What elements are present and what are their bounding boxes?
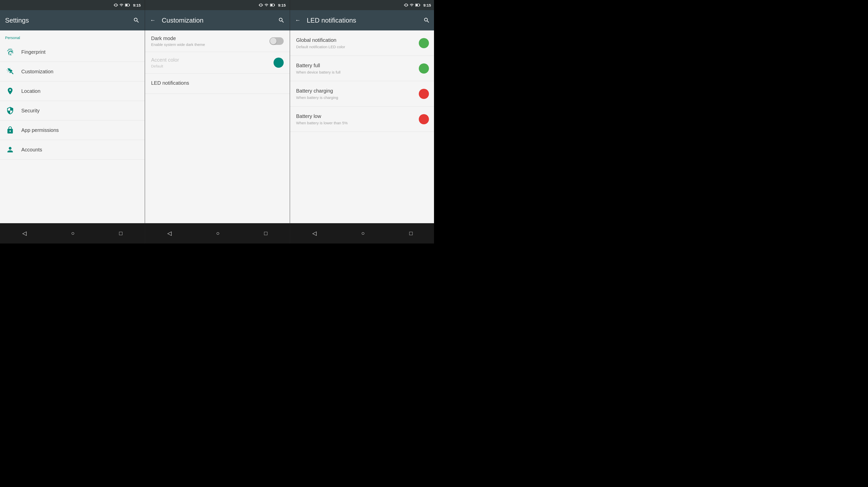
global-notification-color <box>419 38 429 48</box>
led-notifications-text: LED notifications <box>151 80 284 87</box>
dark-mode-text: Dark mode Enable system wide dark theme <box>151 35 270 47</box>
recents-button-3[interactable]: □ <box>407 228 415 239</box>
sidebar-item-location[interactable]: Location <box>0 81 145 101</box>
svg-rect-1 <box>129 5 130 6</box>
sidebar-item-accounts[interactable]: Accounts <box>0 140 145 160</box>
led-notifications-panel: 9:15 ← LED notifications Global notifica… <box>290 0 434 244</box>
app-bar-customization: ← Customization <box>145 10 290 30</box>
svg-rect-4 <box>274 5 275 6</box>
dark-mode-toggle[interactable] <box>270 37 284 45</box>
vibrate-icon <box>114 3 118 7</box>
nav-bar-1: ◁ ○ □ <box>0 223 145 244</box>
app-bar-led: ← LED notifications <box>290 10 434 30</box>
accent-color-subtitle: Default <box>151 64 274 68</box>
accent-color-dot <box>274 58 284 68</box>
home-button-1[interactable]: ○ <box>69 228 77 239</box>
sidebar-item-security[interactable]: Security <box>0 101 145 120</box>
battery-full-row[interactable]: Battery full When device battery is full <box>290 56 434 81</box>
svg-rect-2 <box>125 4 127 6</box>
status-bar-3: 9:15 <box>290 0 434 10</box>
sidebar-item-fingerprint[interactable]: Fingerprint <box>0 42 145 62</box>
app-permissions-icon <box>5 125 15 135</box>
nav-bar-3: ◁ ○ □ <box>290 223 434 244</box>
customization-content: Dark mode Enable system wide dark theme … <box>145 30 290 223</box>
home-button-2[interactable]: ○ <box>214 228 222 239</box>
dark-mode-title: Dark mode <box>151 35 270 41</box>
status-icons-3 <box>404 3 420 7</box>
accounts-icon <box>5 145 15 155</box>
settings-title: Settings <box>5 17 129 24</box>
recents-button-2[interactable]: □ <box>261 228 270 239</box>
security-icon <box>5 106 15 116</box>
recents-button-1[interactable]: □ <box>117 228 125 239</box>
signal-icon <box>119 3 123 7</box>
battery-low-text: Battery low When battery is lower than 5… <box>296 113 419 125</box>
battery-charging-title: Battery charging <box>296 88 419 94</box>
battery-charging-subtitle: When battery is charging <box>296 95 419 100</box>
app-permissions-label: App permissions <box>21 127 59 133</box>
battery-charging-row[interactable]: Battery charging When battery is chargin… <box>290 81 434 107</box>
fingerprint-label: Fingerprint <box>21 49 45 55</box>
signal-icon-3 <box>410 3 414 7</box>
led-notifications-content: Global notification Default notification… <box>290 30 434 223</box>
battery-charging-color <box>419 89 429 99</box>
status-time-2: 9:15 <box>278 3 286 7</box>
accounts-label: Accounts <box>21 147 42 153</box>
battery-low-color <box>419 114 429 124</box>
global-notification-row[interactable]: Global notification Default notification… <box>290 30 434 56</box>
battery-icon <box>125 3 130 7</box>
search-icon-2[interactable] <box>278 17 285 24</box>
back-button-customization[interactable]: ← <box>150 17 156 24</box>
battery-full-title: Battery full <box>296 63 419 68</box>
dark-mode-subtitle: Enable system wide dark theme <box>151 42 270 47</box>
status-bar-1: 9:15 <box>0 0 145 10</box>
search-icon-1[interactable] <box>133 17 140 24</box>
customization-title: Customization <box>162 17 274 24</box>
vibrate-icon-2 <box>259 3 263 7</box>
battery-low-subtitle: When battery is lower than 5% <box>296 121 419 125</box>
global-notification-subtitle: Default notification LED color <box>296 45 419 49</box>
battery-charging-text: Battery charging When battery is chargin… <box>296 88 419 100</box>
led-notifications-title: LED notifications <box>151 80 284 86</box>
battery-full-text: Battery full When device battery is full <box>296 63 419 74</box>
battery-icon-3 <box>415 3 420 7</box>
vibrate-icon-3 <box>404 3 408 7</box>
status-icons-1 <box>114 3 130 7</box>
location-label: Location <box>21 88 40 94</box>
svg-rect-8 <box>416 4 418 6</box>
back-button-3[interactable]: ◁ <box>310 228 319 239</box>
status-bar-2: 9:15 <box>145 0 290 10</box>
customization-icon <box>5 66 15 77</box>
location-icon <box>5 86 15 96</box>
app-bar-settings: Settings <box>0 10 145 30</box>
status-time-1: 9:15 <box>133 3 141 7</box>
back-button-1[interactable]: ◁ <box>20 228 29 239</box>
customization-panel: 9:15 ← Customization Dark mode Enable sy… <box>145 0 290 244</box>
nav-bar-2: ◁ ○ □ <box>145 223 290 244</box>
battery-low-row[interactable]: Battery low When battery is lower than 5… <box>290 107 434 132</box>
dark-mode-row[interactable]: Dark mode Enable system wide dark theme <box>145 30 290 52</box>
sidebar-item-app-permissions[interactable]: App permissions <box>0 120 145 140</box>
back-button-led[interactable]: ← <box>295 17 301 24</box>
battery-full-color <box>419 63 429 74</box>
battery-low-title: Battery low <box>296 113 419 119</box>
settings-panel: 9:15 Settings Personal Fingerprint Custo… <box>0 0 145 244</box>
led-title: LED notifications <box>307 17 419 24</box>
toggle-knob <box>270 38 277 45</box>
battery-full-subtitle: When device battery is full <box>296 70 419 74</box>
status-time-3: 9:15 <box>423 3 431 7</box>
global-notification-text: Global notification Default notification… <box>296 37 419 49</box>
sidebar-item-customization[interactable]: Customization <box>0 62 145 81</box>
security-label: Security <box>21 108 39 114</box>
customization-label: Customization <box>21 69 54 75</box>
section-personal: Personal <box>0 30 145 42</box>
accent-color-text: Accent color Default <box>151 57 274 68</box>
svg-rect-7 <box>420 5 420 6</box>
home-button-3[interactable]: ○ <box>359 228 367 239</box>
back-button-2[interactable]: ◁ <box>165 228 174 239</box>
led-notifications-row[interactable]: LED notifications <box>145 74 290 94</box>
global-notification-title: Global notification <box>296 37 419 43</box>
search-icon-3[interactable] <box>423 17 430 24</box>
svg-rect-5 <box>271 4 273 6</box>
accent-color-row[interactable]: Accent color Default <box>145 52 290 74</box>
